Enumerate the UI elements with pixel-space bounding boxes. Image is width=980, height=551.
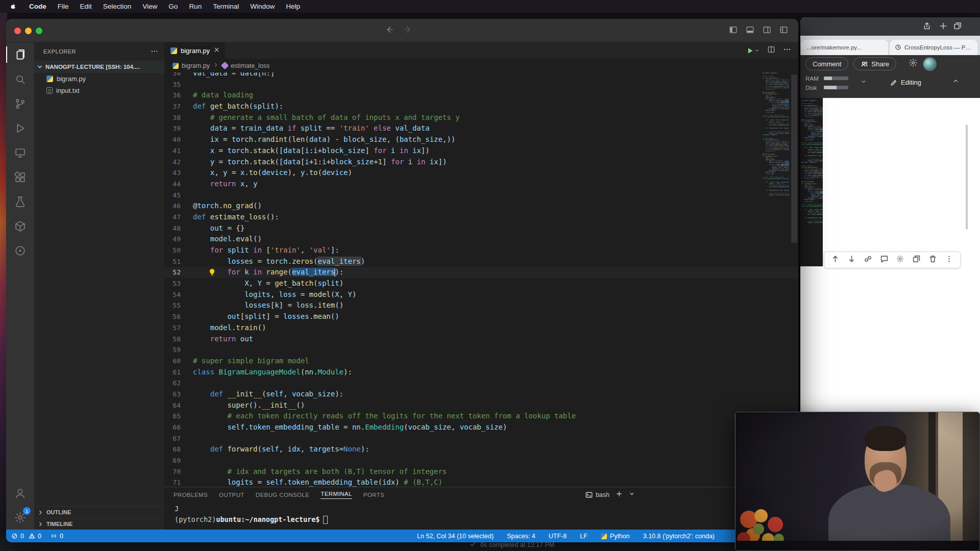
menu-item-selection[interactable]: Selection xyxy=(97,0,137,13)
run-debug-icon[interactable] xyxy=(6,116,34,140)
menu-item-window[interactable]: Window xyxy=(244,0,280,13)
timeline-section[interactable]: TIMELINE xyxy=(34,518,164,530)
code-line-35[interactable]: 35 xyxy=(164,79,798,90)
extensions-icon[interactable] xyxy=(6,165,34,189)
menu-item-go[interactable]: Go xyxy=(163,0,183,13)
code-line-46[interactable]: 46@torch.no_grad() xyxy=(164,201,798,212)
code-line-50[interactable]: 50 for split in ['train', 'val']: xyxy=(164,245,798,256)
code-line-69[interactable]: 69 xyxy=(164,455,798,466)
panel-tab-debug-console[interactable]: DEBUG CONSOLE xyxy=(256,492,310,498)
editing-mode[interactable]: Editing xyxy=(890,79,921,86)
code-line-64[interactable]: 64 super().__init__() xyxy=(164,400,798,411)
terminal-dropdown-icon[interactable] xyxy=(629,491,635,498)
panel-tab-terminal[interactable]: TERMINAL xyxy=(321,491,352,499)
breadcrumb[interactable]: bigram.py estimate_loss xyxy=(164,59,798,72)
move-cell-up-icon[interactable] xyxy=(831,255,840,265)
terminal-shell-selector[interactable]: bash xyxy=(585,491,609,498)
apple-menu-icon[interactable] xyxy=(9,3,16,11)
settings-gear-icon[interactable]: 1 xyxy=(6,505,34,530)
workspace-folder-row[interactable]: NANOGPT-LECTURE [SSH: 104.... xyxy=(34,61,164,73)
terminal[interactable]: J (pytorch2) ubuntu:~/nanogpt-lecture$ xyxy=(164,503,798,525)
code-line-45[interactable]: 45 xyxy=(164,190,798,201)
code-line-37[interactable]: 37def get_batch(split): xyxy=(164,101,798,112)
containers-icon[interactable] xyxy=(6,214,34,238)
cell-more-icon[interactable] xyxy=(945,255,953,265)
code-line-47[interactable]: 47def estimate_loss(): xyxy=(164,212,798,223)
cell-settings-icon[interactable] xyxy=(896,255,904,265)
code-line-59[interactable]: 59 xyxy=(164,344,798,356)
problems-status[interactable]: 0 0 xyxy=(11,533,41,540)
code-line-44[interactable]: 44 return x, y xyxy=(164,179,798,190)
remote-explorer-icon[interactable] xyxy=(6,140,34,165)
code-line-39[interactable]: 39 data = train_data if split == 'train'… xyxy=(164,123,798,134)
customize-layout-icon[interactable] xyxy=(779,26,788,36)
menu-item-edit[interactable]: Edit xyxy=(75,0,97,13)
share-button[interactable]: Share xyxy=(853,57,896,70)
menu-item-view[interactable]: View xyxy=(137,0,163,13)
menu-item-code[interactable]: Code xyxy=(23,0,52,13)
python-interpreter[interactable]: 3.10.8 ('pytorch2': conda) xyxy=(643,533,715,540)
menu-item-file[interactable]: File xyxy=(52,0,75,13)
colab-settings-icon[interactable] xyxy=(909,58,918,69)
code-line-71[interactable]: 71 logits = self.token_embedding_table(i… xyxy=(164,477,798,487)
file-item-bigram-py[interactable]: bigram.py xyxy=(34,73,164,85)
editor-scrollbar[interactable] xyxy=(791,74,797,243)
resources-dropdown-icon[interactable] xyxy=(861,79,867,86)
new-tab-icon[interactable] xyxy=(939,22,947,32)
code-line-51[interactable]: 51 losses = torch.zeros(eval_iters) xyxy=(164,256,798,267)
code-line-34[interactable]: 34val_data = data[n:] xyxy=(164,72,798,79)
eol[interactable]: LF xyxy=(580,533,587,540)
indentation[interactable]: Spaces: 4 xyxy=(507,533,535,540)
outline-section[interactable]: OUTLINE xyxy=(34,506,164,518)
search-icon[interactable] xyxy=(6,67,34,91)
avatar[interactable] xyxy=(923,57,937,71)
code-line-43[interactable]: 43 x, y = x.to(device), y.to(device) xyxy=(164,167,798,179)
source-control-icon[interactable] xyxy=(6,91,34,116)
minimap[interactable]: val_data = data[n:]# data loadingdef get… xyxy=(763,72,789,287)
code-line-61[interactable]: 61class BigramLanguageModel(nn.Module): xyxy=(164,367,798,378)
menu-item-run[interactable]: Run xyxy=(183,0,207,13)
browser-tab[interactable]: ...ore/makemore.py... xyxy=(801,40,888,55)
new-terminal-icon[interactable] xyxy=(616,490,623,499)
delete-cell-icon[interactable] xyxy=(928,255,937,265)
code-line-48[interactable]: 48 out = {} xyxy=(164,223,798,234)
code-line-56[interactable]: 56 out[split] = losses.mean() xyxy=(164,311,798,322)
language-mode[interactable]: Python xyxy=(601,533,630,540)
navigate-forward-icon[interactable] xyxy=(403,25,412,36)
browser-tab[interactable]: CrossEntropyLoss — PyTo... xyxy=(890,40,977,55)
duplicate-cell-icon[interactable] xyxy=(912,255,921,265)
code-line-41[interactable]: 41 x = torch.stack([data[i:i+block_size]… xyxy=(164,145,798,157)
code-line-65[interactable]: 65 # each token directly reads off the l… xyxy=(164,411,798,422)
code-line-63[interactable]: 63 def __init__(self, vocab_size): xyxy=(164,389,798,400)
toggle-secondary-sidebar-icon[interactable] xyxy=(763,26,771,36)
code-line-54[interactable]: 54 logits, loss = model(X, Y) xyxy=(164,289,798,300)
navigate-back-icon[interactable] xyxy=(385,25,394,36)
live-share-icon[interactable] xyxy=(6,238,34,263)
code-line-67[interactable]: 67 xyxy=(164,433,798,444)
minimize-window-button[interactable] xyxy=(25,28,32,34)
code-line-57[interactable]: 57 model.train() xyxy=(164,322,798,334)
code-line-66[interactable]: 66 self.token_embedding_table = nn.Embed… xyxy=(164,422,798,433)
code-editor[interactable]: 34val_data = data[n:]3536# data loading3… xyxy=(164,72,798,487)
code-line-36[interactable]: 36# data loading xyxy=(164,90,798,101)
notebook-scrollbar[interactable] xyxy=(966,124,968,230)
code-line-68[interactable]: 68 def forward(self, idx, targets=None): xyxy=(164,444,798,455)
share-icon[interactable] xyxy=(923,22,931,32)
testing-icon[interactable] xyxy=(6,189,34,214)
tab-overview-icon[interactable] xyxy=(953,22,962,32)
code-line-53[interactable]: 53 X, Y = get_batch(split) xyxy=(164,278,798,289)
code-line-60[interactable]: 60# super simple bigram model xyxy=(164,356,798,367)
code-line-55[interactable]: 55 losses[k] = loss.item() xyxy=(164,300,798,311)
explorer-icon[interactable] xyxy=(6,42,34,67)
split-editor-icon[interactable] xyxy=(767,45,775,56)
account-icon[interactable] xyxy=(6,481,34,505)
collapse-header-icon[interactable] xyxy=(952,78,959,86)
menu-item-terminal[interactable]: Terminal xyxy=(207,0,244,13)
code-line-49[interactable]: 49 model.eval() xyxy=(164,234,798,245)
zoom-window-button[interactable] xyxy=(36,28,42,34)
panel-tab-ports[interactable]: PORTS xyxy=(363,492,384,498)
panel-tab-problems[interactable]: PROBLEMS xyxy=(174,492,208,498)
comment-button[interactable]: Comment xyxy=(805,57,848,70)
vscode-titlebar[interactable] xyxy=(6,19,798,42)
close-window-button[interactable] xyxy=(14,28,21,34)
